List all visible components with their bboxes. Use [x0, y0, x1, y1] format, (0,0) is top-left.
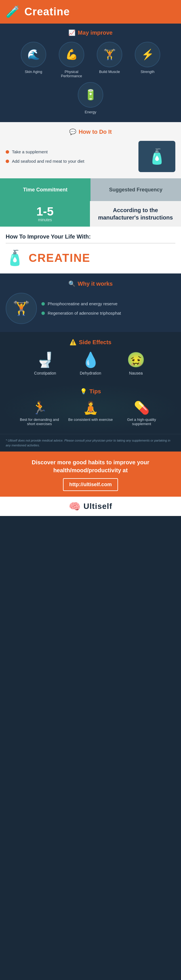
tips-grid: 🏃 Best for demanding and short exercises… [6, 400, 175, 426]
footer-logo-self: self [97, 502, 112, 511]
tips-heading: 💡 Tips [6, 388, 175, 395]
cta-text: Discover more good habits to improve you… [6, 458, 175, 474]
tip-consistent-icon: 🧘 [83, 400, 98, 415]
side-effects-section: ⚠️ Side Effects 🚽 Constipation 💧 Dehydra… [0, 332, 181, 383]
suggested-frequency-header: Suggested Frequency [90, 178, 181, 201]
time-value-cell: 1-5 minutes [0, 201, 90, 227]
tip-demanding-exercises: 🏃 Best for demanding and short exercises [17, 400, 62, 426]
step-1-dot [6, 150, 9, 154]
improve-line1: How To Improve Your Life With: [6, 234, 175, 240]
why-heading: 🔍 Why it works [6, 280, 175, 287]
how-to-content: Take a supplement Add seafood and red me… [6, 141, 175, 172]
improve-divider [6, 243, 175, 243]
why-supplement-icon: 🏋️ [6, 293, 37, 324]
side-effects-heading: ⚠️ Side Effects [6, 339, 175, 345]
tip-high-quality-supplement: 💊 Get a high-quality supplement [119, 400, 164, 426]
benefit-physical-performance: 💪 Physical Performance [54, 42, 89, 78]
footer: 🧠 Ultiself [0, 497, 181, 516]
may-improve-section: 📈 May improve 🌊 Skin Aging 💪 Physical Pe… [0, 24, 181, 122]
improve-brand-name: CREATINE [29, 251, 90, 264]
benefits-grid: 🌊 Skin Aging 💪 Physical Performance 🏋️ B… [5, 42, 176, 114]
page-title: Creatine [24, 6, 70, 18]
tip-supplement-icon: 💊 [134, 400, 149, 415]
benefit-build-muscle-icon: 🏋️ [97, 42, 122, 67]
freq-value-cell: According to the manufacturer's instruct… [90, 201, 181, 227]
cta-url[interactable]: http://ultiself.com [69, 482, 112, 487]
why-content: 🏋️ Phosphocreatine and energy reserve Re… [6, 293, 175, 324]
why-dot-1 [41, 302, 45, 305]
why-point-1: Phosphocreatine and energy reserve [41, 301, 175, 306]
footer-logo-text: Ultiself [83, 502, 112, 511]
benefit-energy-icon: 🔋 [78, 82, 103, 108]
improve-brand-row: 🧴 CREATINE [6, 247, 175, 270]
benefit-strength-icon: ⚡ [135, 42, 160, 67]
side-effects-icon: ⚠️ [70, 339, 76, 345]
nausea-icon: 🤢 [127, 351, 145, 369]
constipation-icon: 🚽 [36, 351, 54, 369]
improve-banner: How To Improve Your Life With: 🧴 CREATIN… [0, 227, 181, 274]
footer-logo-icon: 🧠 [69, 501, 81, 512]
step-1: Take a supplement [6, 150, 134, 154]
time-freq-values: 1-5 minutes According to the manufacture… [0, 201, 181, 227]
time-commitment-header: Time Commitment [0, 178, 90, 201]
why-point-2: Regeneration of adenosine triphosphat [41, 311, 175, 315]
may-improve-heading: 📈 May improve [5, 29, 176, 36]
benefit-skin-aging: 🌊 Skin Aging [16, 42, 51, 78]
benefit-physical-performance-icon: 💪 [59, 42, 84, 67]
effect-constipation: 🚽 Constipation [25, 351, 65, 375]
tips-icon: 💡 [80, 388, 87, 395]
how-to-supplement-image: 🧴 [138, 141, 175, 172]
how-to-steps: Take a supplement Add seafood and red me… [6, 150, 134, 164]
cta-url-box[interactable]: http://ultiself.com [63, 478, 118, 491]
dehydration-icon: 💧 [81, 351, 100, 369]
creatine-header-icon: 🧪 [6, 5, 20, 19]
benefit-build-muscle: 🏋️ Build Muscle [92, 42, 127, 78]
effects-grid: 🚽 Constipation 💧 Dehydration 🤢 Nausea [6, 351, 175, 375]
header: 🧪 Creatine [0, 0, 181, 24]
may-improve-icon: 📈 [68, 29, 75, 36]
tip-demanding-icon: 🏃 [32, 400, 48, 415]
step-2-dot [6, 160, 9, 163]
tip-consistent-exercise: 🧘 Be consistent with exercise [68, 400, 113, 426]
time-freq-header: Time Commitment Suggested Frequency [0, 178, 181, 201]
benefit-strength: ⚡ Strength [130, 42, 165, 78]
improve-brand-icon: 🧴 [6, 249, 24, 267]
why-dot-2 [41, 312, 45, 315]
why-points: Phosphocreatine and energy reserve Regen… [41, 301, 175, 315]
benefit-energy: 🔋 Energy [73, 82, 108, 114]
disclaimer-section: * Ultiself does not provide medical advi… [0, 434, 181, 452]
effect-nausea: 🤢 Nausea [116, 351, 156, 375]
how-to-section: 💬 How to Do It Take a supplement Add sea… [0, 122, 181, 178]
benefit-skin-aging-icon: 🌊 [21, 42, 46, 67]
why-section: 🔍 Why it works 🏋️ Phosphocreatine and en… [0, 274, 181, 332]
cta-section: Discover more good habits to improve you… [0, 452, 181, 497]
how-to-heading: 💬 How to Do It [6, 128, 175, 135]
tips-section: 💡 Tips 🏃 Best for demanding and short ex… [0, 383, 181, 434]
why-icon: 🔍 [68, 280, 75, 287]
footer-logo-ulti: Ulti [83, 502, 97, 511]
step-2: Add seafood and red meat to your diet [6, 159, 134, 164]
how-to-icon: 💬 [69, 128, 76, 135]
effect-dehydration: 💧 Dehydration [71, 351, 110, 375]
disclaimer-text: * Ultiself does not provide medical advi… [6, 438, 175, 447]
